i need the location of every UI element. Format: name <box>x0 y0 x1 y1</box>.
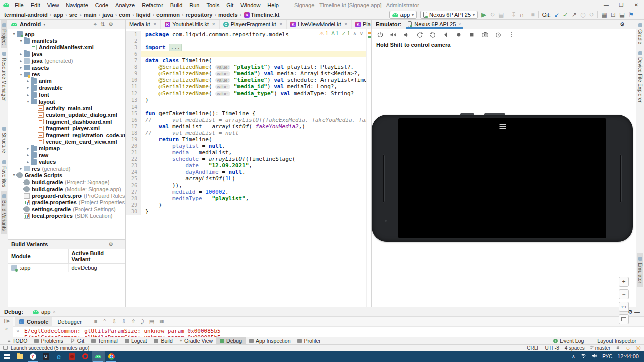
next-issue-icon[interactable]: ∨ <box>360 31 363 36</box>
breadcrumb-item[interactable]: terminal-android <box>3 12 49 18</box>
tree-item-app[interactable]: ▾app <box>8 31 125 37</box>
tree-item-mipmap[interactable]: ▸mipmap <box>8 145 125 152</box>
menu-analyze[interactable]: Analyze <box>112 2 138 8</box>
chevron-expanded-icon[interactable]: ▾ <box>25 99 31 104</box>
tree-item-fragment-registration-code-xml[interactable]: fragment_registration_code.xml <box>8 132 125 138</box>
tree-item-gradle-scripts[interactable]: ▾Gradle Scripts <box>8 172 125 178</box>
close-icon[interactable]: ✕ <box>153 22 157 27</box>
menu-build[interactable]: Build <box>167 2 186 8</box>
right-stripe-emulator[interactable]: Emulator <box>637 253 643 287</box>
rerun-icon[interactable]: » <box>5 326 8 331</box>
tree-item-venue-item-card-view-xml[interactable]: venue_item_card_view.xml <box>8 138 125 145</box>
menu-view[interactable]: View <box>44 2 63 8</box>
tree-item-anim[interactable]: ▸anim <box>8 78 125 84</box>
toolwindow-terminal[interactable]: Terminal <box>88 337 121 344</box>
toolwindow-git[interactable]: Git <box>67 337 88 344</box>
debug-session-tab[interactable]: app × <box>30 307 58 316</box>
taskbar-android-studio[interactable] <box>92 351 105 362</box>
menu-edit[interactable]: Edit <box>27 2 44 8</box>
chevron-expanded-icon[interactable]: ▾ <box>11 32 17 36</box>
emulator-device-frame[interactable] <box>372 115 633 242</box>
menu-window[interactable]: Window <box>237 2 264 8</box>
tree-item-build-gradle[interactable]: build.gradle(Module: Signage.app) <box>8 186 125 192</box>
console-toolbar-icon-0[interactable]: ≡ <box>94 318 97 325</box>
taskbar-explorer[interactable] <box>13 351 26 362</box>
clock[interactable]: 12:44:00 <box>617 353 639 359</box>
coverage-icon[interactable]: ▤ <box>498 12 504 18</box>
taskbar-red-app[interactable] <box>65 351 78 362</box>
overview-icon[interactable] <box>468 31 475 38</box>
toolwindow-event-log[interactable]: 1Event Log <box>550 338 587 344</box>
chevron-collapsed-icon[interactable]: ▸ <box>18 59 24 63</box>
tree-item-custom-update-dialog-xml[interactable]: custom_update_dialog.xml <box>8 112 125 118</box>
toolwindow-gradle-view[interactable]: +Gradle View <box>176 337 216 344</box>
console-toolbar-icon-1[interactable]: ⌃ <box>102 318 107 325</box>
breadcrumb-item[interactable]: common <box>155 12 181 18</box>
tab-console[interactable]: ›_Console <box>15 317 52 326</box>
menu-help[interactable]: Help <box>264 2 282 8</box>
tab-debugger[interactable]: Debugger <box>53 317 86 326</box>
taskbar-yandex[interactable]: Y <box>26 351 39 362</box>
build-variant-row[interactable]: :appdevDebug <box>8 264 125 273</box>
chevron-collapsed-icon[interactable]: ▸ <box>25 93 31 97</box>
feedback-happy-icon[interactable]: ☺ <box>625 345 630 351</box>
chevron-collapsed-icon[interactable]: ▸ <box>18 166 24 171</box>
emulator-screen[interactable] <box>398 118 606 238</box>
toolwindow-app-inspection[interactable]: App Inspection <box>246 337 294 344</box>
git-commit-icon[interactable]: ✓ <box>563 12 568 18</box>
attach-debugger-icon[interactable]: ↧ <box>511 12 516 18</box>
left-stripe-structure[interactable]: Structure <box>1 123 7 157</box>
minimize-icon[interactable]: — <box>599 2 614 8</box>
breadcrumb-item[interactable]: liqvid <box>135 12 152 18</box>
console-toolbar-icon-4[interactable]: ⇧ <box>131 318 136 325</box>
screenshot-icon[interactable] <box>481 31 489 38</box>
rotate-left-icon[interactable] <box>416 31 423 38</box>
close-icon[interactable]: ✕ <box>212 22 216 27</box>
console-toolbar-icon-7[interactable]: ≋ <box>159 318 164 325</box>
locate-file-icon[interactable]: ⌖ <box>94 21 97 28</box>
close-icon[interactable]: × <box>53 309 55 314</box>
indent-indicator[interactable]: 4 spaces <box>565 345 585 351</box>
toolwindow-build[interactable]: Build <box>150 337 176 344</box>
tree-item-res[interactable]: ▾res <box>8 71 125 77</box>
tree-item-build-gradle[interactable]: build.gradle(Project: Signage) <box>8 179 125 186</box>
tab-youtubeutils-kt[interactable]: KYoutubeUtils.kt✕ <box>161 20 220 29</box>
editor-scrollbar[interactable] <box>366 29 371 307</box>
tree-item-proguard-rules-pro[interactable]: proguard-rules.pro(ProGuard Rules for Si… <box>8 192 125 199</box>
toolwindow-problems[interactable]: Problems <box>31 337 66 344</box>
tree-item-assets[interactable]: ▸assets <box>8 64 125 71</box>
inspections-widget[interactable]: ⚠ 1A 1✓ 1∧∨ <box>319 31 363 36</box>
device-manager-icon[interactable]: ⊡ <box>611 12 616 18</box>
power-icon[interactable] <box>377 31 384 38</box>
taskbar-start[interactable] <box>0 351 13 362</box>
chevron-collapsed-icon[interactable]: ▸ <box>25 146 31 151</box>
gear-icon[interactable]: ⚙ <box>108 21 113 28</box>
tree-item-fragment-dashboard-xml[interactable]: fragment_dashboard.xml <box>8 118 125 125</box>
tray-expand-icon[interactable]: ∧ <box>572 354 575 359</box>
tab-liveviewmodel-kt[interactable]: KLiveViewModel.kt✕ <box>287 20 352 29</box>
left-stripe-project[interactable]: Project <box>1 20 7 48</box>
git-push-icon[interactable]: ↗ <box>572 12 577 18</box>
avd-manager-icon[interactable]: ⚑ <box>628 12 634 18</box>
tree-item-drawable[interactable]: ▸drawable <box>8 84 125 91</box>
right-stripe-device-file-explorer[interactable]: Device File Explorer <box>637 48 643 106</box>
chevron-expanded-icon[interactable]: ▾ <box>18 39 24 43</box>
code-area[interactable]: 1package com.liqvid.common.repository.mo… <box>126 29 371 307</box>
right-stripe-gradle[interactable]: Gradle <box>637 20 643 48</box>
console-toolbar-icon-6[interactable]: ▤ <box>149 318 154 325</box>
collapse-all-icon[interactable]: ⇅ <box>100 21 105 28</box>
tree-item-fragment-player-xml[interactable]: fragment_player.xml <box>8 125 125 131</box>
emulator-device-tab[interactable]: Nexus 6P API 25 × <box>406 20 463 29</box>
tree-item-activity-main-xml[interactable]: activity_main.xml <box>8 105 125 111</box>
menu-navigate[interactable]: Navigate <box>62 2 91 8</box>
more-icon[interactable] <box>508 31 515 38</box>
chevron-collapsed-icon[interactable]: ▸ <box>18 52 24 56</box>
hide-panel-icon[interactable]: — <box>626 21 632 27</box>
breadcrumb-item[interactable]: java <box>101 12 114 18</box>
tree-item-java[interactable]: ▸java <box>8 51 125 57</box>
tree-item-values[interactable]: ▸values <box>8 158 125 165</box>
resume-icon[interactable]: ❙▶ <box>3 318 10 323</box>
breadcrumb-item[interactable]: com <box>118 12 131 18</box>
hide-panel-icon[interactable]: — <box>117 241 122 248</box>
wifi-icon[interactable] <box>580 353 586 360</box>
